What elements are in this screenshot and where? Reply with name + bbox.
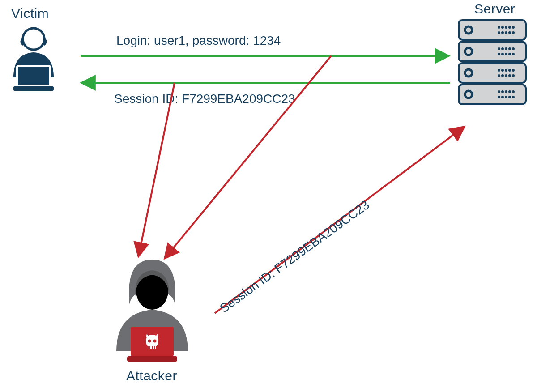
- svg-point-50: [513, 97, 514, 98]
- svg-point-36: [506, 75, 507, 77]
- svg-point-18: [502, 48, 503, 50]
- svg-point-30: [502, 70, 503, 71]
- svg-rect-27: [459, 63, 526, 83]
- svg-point-19: [506, 48, 507, 50]
- svg-point-14: [513, 32, 514, 34]
- server-icon: [459, 20, 526, 104]
- svg-rect-53: [127, 356, 177, 362]
- svg-point-42: [502, 91, 503, 93]
- svg-point-23: [502, 54, 503, 55]
- svg-point-9: [513, 27, 514, 28]
- svg-point-47: [502, 97, 503, 98]
- svg-point-10: [499, 32, 500, 34]
- svg-point-55: [153, 340, 157, 343]
- svg-point-46: [499, 97, 500, 98]
- victim-icon: [13, 28, 54, 91]
- svg-point-0: [23, 28, 44, 50]
- svg-point-22: [499, 54, 500, 55]
- svg-point-37: [509, 75, 511, 77]
- svg-point-44: [509, 91, 511, 93]
- sniff-arrow-1: [139, 83, 175, 255]
- svg-point-12: [506, 32, 507, 34]
- svg-point-21: [513, 48, 514, 50]
- svg-rect-57: [152, 346, 153, 349]
- login-message: Login: user1, password: 1234: [116, 34, 281, 47]
- svg-point-43: [506, 91, 507, 93]
- attacker-label: Attacker: [126, 368, 177, 383]
- svg-point-29: [499, 70, 500, 71]
- svg-point-35: [502, 75, 503, 77]
- svg-point-54: [148, 340, 151, 343]
- svg-point-6: [502, 27, 503, 28]
- victim-label: Victim: [11, 6, 49, 21]
- svg-point-33: [513, 70, 514, 71]
- svg-point-8: [509, 27, 511, 28]
- svg-rect-39: [459, 85, 526, 104]
- svg-rect-58: [154, 346, 155, 349]
- svg-point-7: [506, 27, 507, 28]
- svg-point-49: [509, 97, 511, 98]
- svg-point-41: [499, 91, 500, 93]
- svg-point-48: [506, 97, 507, 98]
- svg-point-25: [509, 54, 511, 55]
- svg-point-20: [509, 48, 511, 50]
- svg-point-38: [513, 75, 514, 77]
- svg-point-13: [509, 32, 511, 34]
- svg-point-31: [506, 70, 507, 71]
- session-response-message: Session ID: F7299EBA209CC23: [114, 92, 295, 106]
- attacker-icon: [116, 260, 188, 362]
- session-hijack-diagram: Victim Server: [0, 0, 537, 392]
- svg-rect-1: [17, 66, 50, 86]
- svg-rect-56: [149, 346, 150, 349]
- sniff-arrow-2: [166, 56, 331, 257]
- svg-rect-3: [459, 20, 526, 40]
- svg-point-5: [499, 27, 500, 28]
- server-label: Server: [474, 1, 515, 16]
- hijack-message: Session ID: F7299EBA209CC23: [217, 198, 372, 315]
- svg-point-32: [509, 70, 511, 71]
- svg-point-17: [499, 48, 500, 50]
- svg-point-34: [499, 75, 500, 77]
- svg-point-11: [502, 32, 503, 34]
- svg-point-24: [506, 54, 507, 55]
- svg-point-26: [513, 54, 514, 55]
- svg-rect-2: [13, 86, 54, 91]
- svg-rect-15: [459, 42, 526, 61]
- svg-point-45: [513, 91, 514, 93]
